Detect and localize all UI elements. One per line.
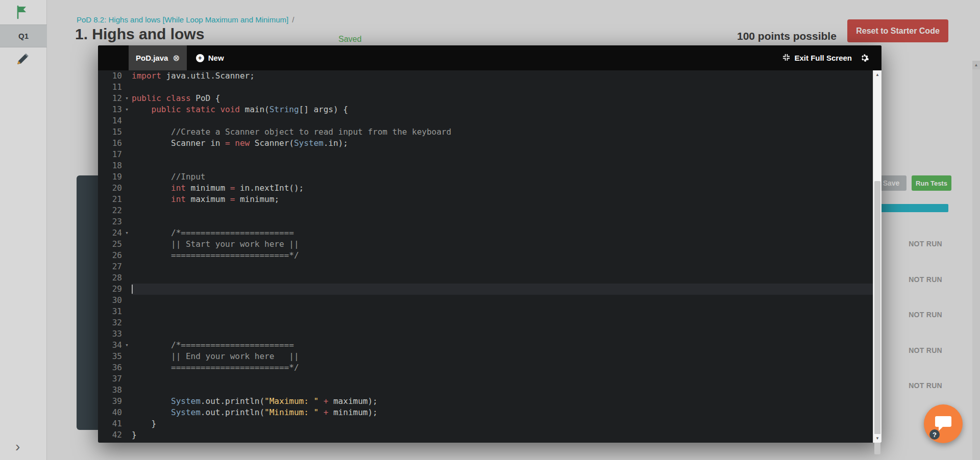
code-line[interactable]: 21 int maximum = minimum;	[98, 194, 873, 205]
code-line[interactable]: 10import java.util.Scanner;	[98, 70, 873, 82]
code-line[interactable]: 37	[98, 373, 873, 385]
code-line[interactable]: 40 System.out.println("Minimum: " + mini…	[98, 407, 873, 418]
code-line[interactable]: 41 }	[98, 418, 873, 429]
code-editor-modal: PoD.java ⊗ + New Exit Full Screen	[98, 45, 881, 443]
plus-icon: +	[196, 54, 204, 62]
code-line[interactable]: 13▾ public static void main(String[] arg…	[98, 104, 873, 115]
code-line[interactable]: 27	[98, 261, 873, 272]
line-number: 34	[98, 340, 122, 351]
fold-spacer	[122, 138, 132, 149]
code-line[interactable]: 29	[98, 284, 873, 295]
fold-spacer	[122, 115, 132, 126]
line-number: 39	[98, 396, 122, 407]
code-line[interactable]: 24▾ /*=======================	[98, 227, 873, 239]
fold-spacer	[122, 362, 132, 373]
code-line[interactable]: 15 //Create a Scanner object to read inp…	[98, 126, 873, 138]
scrollbar-thumb[interactable]	[874, 181, 880, 454]
line-number: 25	[98, 239, 122, 250]
line-number: 26	[98, 250, 122, 261]
code-line[interactable]: 18	[98, 160, 873, 171]
fold-spacer	[122, 261, 132, 272]
close-tab-icon[interactable]: ⊗	[173, 54, 179, 62]
line-number: 14	[98, 115, 122, 126]
scroll-up-icon[interactable]: ▲	[873, 70, 881, 79]
fold-spacer	[122, 317, 132, 328]
fold-spacer	[122, 407, 132, 418]
fold-spacer	[122, 171, 132, 183]
help-badge[interactable]: ?	[929, 429, 940, 440]
code-line[interactable]: 38	[98, 385, 873, 396]
fold-spacer	[122, 250, 132, 261]
code-line[interactable]: 19 //Input	[98, 171, 873, 183]
fold-spacer	[122, 216, 132, 227]
code-line[interactable]: 39 System.out.println("Maximum: " + maxi…	[98, 396, 873, 407]
line-number: 37	[98, 373, 122, 385]
fold-arrow-icon[interactable]: ▾	[122, 340, 132, 351]
page: Q1 › PoD 8.2: Highs and lows [While Loop…	[0, 0, 980, 460]
fold-spacer	[122, 272, 132, 284]
code-line[interactable]: 31	[98, 306, 873, 317]
code-line[interactable]: 33	[98, 328, 873, 340]
code-line[interactable]: 35 || End your work here ||	[98, 351, 873, 362]
line-number: 15	[98, 126, 122, 138]
fold-arrow-icon[interactable]: ▾	[122, 104, 132, 115]
code-line[interactable]: 32	[98, 317, 873, 328]
exit-fullscreen-label: Exit Full Screen	[794, 54, 852, 62]
fold-spacer	[122, 160, 132, 171]
line-number: 19	[98, 171, 122, 183]
fold-spacer	[122, 429, 132, 441]
code-line[interactable]: 14	[98, 115, 873, 126]
fold-spacer	[122, 82, 132, 93]
line-number: 31	[98, 306, 122, 317]
line-number: 16	[98, 138, 122, 149]
code-line[interactable]: 36 ========================*/	[98, 362, 873, 373]
code-line[interactable]: 25 || Start your work here ||	[98, 239, 873, 250]
file-tab-pod-java[interactable]: PoD.java ⊗	[129, 45, 187, 70]
fold-spacer	[122, 149, 132, 160]
line-number: 38	[98, 385, 122, 396]
line-number: 13	[98, 104, 122, 115]
fold-spacer	[122, 183, 132, 194]
line-number: 40	[98, 407, 122, 418]
fold-spacer	[122, 239, 132, 250]
line-number: 36	[98, 362, 122, 373]
code-line[interactable]: 17	[98, 149, 873, 160]
code-line[interactable]: 26 ========================*/	[98, 250, 873, 261]
code-lines: 10import java.util.Scanner;1112▾public c…	[98, 70, 873, 441]
line-number: 29	[98, 284, 122, 295]
line-number: 17	[98, 149, 122, 160]
code-line[interactable]: 16 Scanner in = new Scanner(System.in);	[98, 138, 873, 149]
line-number: 42	[98, 429, 122, 441]
fold-arrow-icon[interactable]: ▾	[122, 93, 132, 104]
code-line[interactable]: 23	[98, 216, 873, 227]
fold-spacer	[122, 126, 132, 138]
line-number: 41	[98, 418, 122, 429]
code-line[interactable]: 20 int minimum = in.nextInt();	[98, 183, 873, 194]
file-tab-label: PoD.java	[136, 54, 168, 62]
chat-button[interactable]: ?	[924, 404, 963, 443]
code-line[interactable]: 12▾public class PoD {	[98, 93, 873, 104]
line-number: 21	[98, 194, 122, 205]
line-number: 18	[98, 160, 122, 171]
code-line[interactable]: 28	[98, 272, 873, 284]
exit-fullscreen-button[interactable]: Exit Full Screen	[782, 54, 852, 63]
fold-arrow-icon[interactable]: ▾	[122, 227, 132, 239]
line-number: 30	[98, 295, 122, 306]
fold-spacer	[122, 70, 132, 82]
code-line[interactable]: 22	[98, 205, 873, 216]
code-line[interactable]: 11	[98, 82, 873, 93]
code-line[interactable]: 34▾ /*=======================	[98, 340, 873, 351]
fold-spacer	[122, 306, 132, 317]
editor-header: PoD.java ⊗ + New Exit Full Screen	[98, 45, 881, 70]
fold-spacer	[122, 418, 132, 429]
code-area[interactable]: 10import java.util.Scanner;1112▾public c…	[98, 70, 873, 443]
code-line[interactable]: 42}	[98, 429, 873, 441]
code-line[interactable]: 30	[98, 295, 873, 306]
scroll-down-icon[interactable]: ▼	[873, 434, 881, 443]
fold-spacer	[122, 205, 132, 216]
fold-spacer	[122, 396, 132, 407]
editor-scrollbar[interactable]: ▲ ▼	[873, 70, 881, 443]
settings-gear-icon[interactable]	[860, 53, 869, 63]
new-file-button[interactable]: + New	[196, 54, 224, 62]
fold-spacer	[122, 284, 132, 295]
